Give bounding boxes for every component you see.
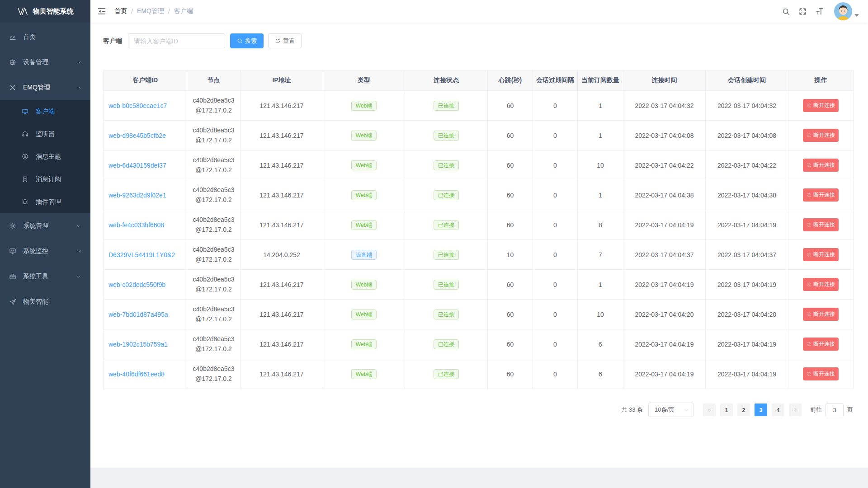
client-id-link[interactable]: web-7bd01d87a495a [108, 311, 168, 318]
page-size-select[interactable]: 10条/页 [648, 403, 693, 417]
sidebar-item-label: 系统监控 [23, 247, 48, 255]
logo[interactable]: 物美智能系统 [0, 0, 90, 23]
session-create-time-cell: 2022-03-17 04:04:22 [706, 150, 788, 180]
connect-time-cell: 2022-03-17 04:04:22 [623, 150, 706, 180]
client-id-input[interactable] [128, 33, 225, 48]
status-tag: 已连接 [434, 250, 459, 260]
breadcrumb-home[interactable]: 首页 [114, 7, 127, 15]
network-icon [9, 84, 16, 91]
reset-button[interactable]: 重置 [268, 33, 302, 48]
disconnect-button[interactable]: 断开连接 [803, 248, 839, 261]
ip-cell: 121.43.146.217 [241, 121, 323, 150]
table-row: D6329VL54419L1Y0&2 c40b2d8ea5c3@172.17.0… [104, 240, 854, 270]
next-page-button[interactable] [789, 404, 802, 416]
app-title: 物美智能系统 [33, 7, 74, 16]
session-expiry-cell: 0 [533, 359, 578, 389]
table-row: web-6d430159def37 c40b2d8ea5c3@172.17.0.… [104, 150, 854, 180]
status-tag: 已连接 [434, 339, 459, 349]
column-header: 心跳(秒) [488, 70, 533, 91]
table-row: web-fe4c033bf6608 c40b2d8ea5c3@172.17.0.… [104, 210, 854, 240]
ip-cell: 121.43.146.217 [241, 180, 323, 210]
node-cell: c40b2d8ea5c3@172.17.0.2 [187, 210, 241, 240]
sidebar-item-device-mgmt[interactable]: 设备管理 [0, 50, 90, 75]
node-cell: c40b2d8ea5c3@172.17.0.2 [187, 359, 241, 389]
table-row: web-d98e45b5cfb2e c40b2d8ea5c3@172.17.0.… [104, 121, 854, 150]
subscriptions-cell: 7 [578, 240, 623, 270]
sidebar-item-clients[interactable]: 客户端 [0, 100, 90, 123]
chevron-down-icon [76, 60, 81, 65]
page-button-1[interactable]: 1 [720, 404, 733, 416]
table-row: web-c02dedc550f9b c40b2d8ea5c3@172.17.0.… [104, 270, 854, 300]
prev-page-button[interactable] [703, 404, 716, 416]
goto-page-input[interactable] [826, 404, 844, 416]
page-button-2[interactable]: 2 [737, 404, 750, 416]
main-area: 首页 / EMQ管理 / 客户端 [90, 0, 868, 488]
page-button-3[interactable]: 3 [755, 404, 767, 416]
disconnect-button[interactable]: 断开连接 [803, 159, 839, 172]
filter-label: 客户端 [103, 37, 122, 45]
disconnect-button[interactable]: 断开连接 [803, 308, 839, 321]
client-id-link[interactable]: web-6d430159def37 [108, 162, 166, 169]
session-create-time-cell: 2022-03-17 04:04:19 [706, 270, 788, 300]
sidebar-item-home[interactable]: 首页 [0, 24, 90, 50]
disconnect-button-label: 断开连接 [813, 370, 835, 378]
subscriptions-cell: 6 [578, 359, 623, 389]
column-header: 客户端ID [104, 70, 187, 91]
connect-time-cell: 2022-03-17 04:04:37 [623, 240, 706, 270]
sidebar-toggle-icon[interactable] [97, 7, 106, 16]
subscriptions-cell: 8 [578, 210, 623, 240]
font-size-icon[interactable] [815, 7, 824, 16]
sidebar-item-listeners[interactable]: 监听器 [0, 123, 90, 145]
disconnect-button[interactable]: 断开连接 [803, 218, 839, 231]
type-tag: Web端 [351, 131, 377, 141]
sidebar-item-emq-mgmt[interactable]: EMQ管理 [0, 75, 90, 100]
client-id-link[interactable]: web-fe4c033bf6608 [108, 221, 164, 229]
logo-icon [17, 7, 29, 15]
subscriptions-cell: 1 [578, 270, 623, 300]
client-id-link[interactable]: web-1902c15b759a1 [108, 341, 168, 348]
ip-cell: 121.43.146.217 [241, 359, 323, 389]
sidebar-item-system-monitor[interactable]: 系统监控 [0, 239, 90, 264]
disconnect-button-label: 断开连接 [813, 310, 835, 318]
disconnect-button[interactable]: 断开连接 [803, 278, 839, 291]
client-id-link[interactable]: web-40f6df661eed8 [108, 371, 165, 378]
sidebar-item-wumei-smart[interactable]: 物美智能 [0, 289, 90, 314]
session-create-time-cell: 2022-03-17 04:04:08 [706, 121, 788, 150]
subscriptions-cell: 1 [578, 180, 623, 210]
table-row: web-9263d2d9f02e1 c40b2d8ea5c3@172.17.0.… [104, 180, 854, 210]
node-cell: c40b2d8ea5c3@172.17.0.2 [187, 300, 241, 329]
client-id-link[interactable]: web-d98e45b5cfb2e [108, 132, 166, 139]
disconnect-button[interactable]: 断开连接 [803, 129, 839, 142]
sidebar-item-topics[interactable]: 消息主题 [0, 145, 90, 168]
client-id-link[interactable]: web-b0c580ecae1c7 [108, 102, 167, 109]
type-tag: Web端 [351, 280, 377, 290]
client-id-link[interactable]: web-c02dedc550f9b [108, 281, 165, 288]
disconnect-button[interactable]: 断开连接 [803, 99, 839, 112]
connect-time-cell: 2022-03-17 04:04:19 [623, 270, 706, 300]
disconnect-button[interactable]: 断开连接 [803, 188, 839, 202]
status-tag: 已连接 [434, 220, 459, 230]
page-button-4[interactable]: 4 [772, 404, 784, 416]
connect-time-cell: 2022-03-17 04:04:20 [623, 300, 706, 329]
fullscreen-icon[interactable] [798, 7, 807, 16]
sidebar-item-system-tools[interactable]: 系统工具 [0, 264, 90, 289]
ip-cell: 121.43.146.217 [241, 210, 323, 240]
dashboard-icon [9, 33, 16, 41]
sidebar-item-subscriptions[interactable]: 消息订阅 [0, 168, 90, 191]
sidebar-item-system-mgmt[interactable]: 系统管理 [0, 213, 90, 239]
sidebar: 物美智能系统 首页 设备管理 EMQ管理 客户端 [0, 0, 90, 488]
client-id-link[interactable]: web-9263d2d9f02e1 [108, 192, 166, 199]
heartbeat-cell: 60 [488, 329, 533, 359]
sidebar-item-plugins[interactable]: 插件管理 [0, 191, 90, 213]
user-avatar[interactable] [834, 2, 859, 20]
unlink-icon [807, 103, 811, 108]
sidebar-item-label: EMQ管理 [23, 84, 50, 92]
session-expiry-cell: 0 [533, 329, 578, 359]
disconnect-button[interactable]: 断开连接 [803, 367, 839, 380]
subscriptions-cell: 6 [578, 329, 623, 359]
client-id-link[interactable]: D6329VL54419L1Y0&2 [108, 251, 175, 258]
breadcrumb-emq[interactable]: EMQ管理 [137, 7, 164, 15]
search-button[interactable]: 搜索 [230, 33, 264, 48]
search-icon[interactable] [782, 7, 790, 16]
disconnect-button[interactable]: 断开连接 [803, 338, 839, 351]
